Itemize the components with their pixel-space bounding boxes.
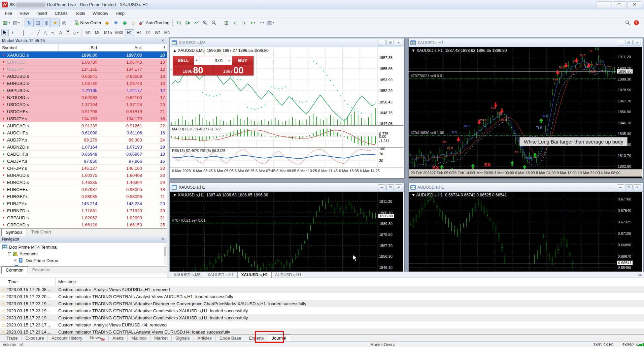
timeframe-button-m5[interactable]: M5 (93, 29, 102, 36)
market-watch-row-usdchf.s[interactable]: ▼USDCHF.s0.917980.9181921 (0, 108, 167, 115)
lot-decrease-button[interactable]: ▼ (194, 56, 200, 65)
chart-tab-1[interactable]: XAUUSD.s,H1 (204, 272, 237, 278)
timeframe-button-d1[interactable]: D1 (144, 29, 153, 36)
chart-close-button[interactable]: ✕ (634, 40, 641, 45)
journal-row[interactable]: ⚠2023.03.15 17:23:20....Custom indicator… (0, 293, 644, 300)
indicators-button[interactable]: +▾ (248, 19, 257, 27)
menu-item-help[interactable]: Help (112, 10, 128, 17)
fibonacci-tool[interactable]: ≡F (49, 29, 57, 36)
chart-minimize-button[interactable]: — (617, 40, 624, 45)
journal-row[interactable]: ⚠2023.03.15 17:23:19....Custom indicator… (0, 314, 644, 321)
journal-row[interactable]: ⚠2023.03.15 17:23:19....Custom indicator… (0, 300, 644, 307)
search-button[interactable] (623, 19, 632, 27)
navigator-item-accounts[interactable]: -Accounts (0, 250, 167, 257)
navigator-close-icon[interactable]: ✕ (160, 237, 165, 241)
market-watch-row-nzdusd.s[interactable]: ▼NZDUSD.s0.620830.6210017 (0, 94, 167, 101)
navigator-toggle[interactable]: ⊕ (42, 19, 51, 27)
market-watch-row-euraud.s[interactable]: ▼EURAUD.s1.603751.6040833 (0, 172, 167, 179)
navigator-scrollbar[interactable] (164, 244, 167, 265)
terminal-tab-news[interactable]: News99 (86, 335, 109, 342)
navigator-item-doo-prime-mt4-terminal[interactable]: Doo Prime MT4 Terminal (0, 244, 167, 250)
menu-item-charts[interactable]: Charts (51, 10, 71, 17)
market-watch-row-eurcad.s[interactable]: ▼EURCAD.s1.463351.4636429 (0, 179, 167, 186)
market-watch-row-eurgbp.s[interactable]: ▼EURGBP.s0.880850.8809611 (0, 193, 167, 200)
chart-tab-2[interactable]: XAUUSD.s,H1 (237, 272, 271, 278)
timeframe-button-m1[interactable]: M1 (83, 29, 93, 36)
journal-row[interactable]: ⚠2023.03.15 17:23:19....Custom indicator… (0, 307, 644, 314)
toolbar-icon-gold[interactable]: ◆ (103, 19, 111, 27)
menu-item-insert[interactable]: Insert (33, 10, 51, 17)
new-chart-button[interactable]: ▦+▾ (1, 19, 11, 27)
cursor-tool[interactable] (1, 29, 9, 36)
chart-title-bar[interactable]: XAUUSD.s,M5 — 回 ✕ (170, 38, 404, 47)
shapes-button[interactable]: ◇▾ (72, 29, 80, 36)
market-watch-close-icon[interactable]: ✕ (160, 38, 165, 43)
navigator-caption[interactable]: Navigator ✕ (0, 236, 167, 243)
column-spread[interactable]: ! (144, 44, 167, 51)
market-watch-row-eurjpy.s[interactable]: ▲EURJPY.s143.214143.23420 (0, 200, 167, 207)
strategy-tester-button[interactable]: ◎ (60, 19, 68, 27)
chart-window-xauusd-m5[interactable]: XAUUSD.s,M5 — 回 ✕ ▲ XAUUSD.s,M5 1896.88 … (170, 38, 404, 179)
menu-item-window[interactable]: Window (89, 10, 112, 17)
timeframe-button-m30[interactable]: M30 (113, 29, 125, 36)
text-label-tool[interactable]: T (64, 29, 72, 36)
market-watch-caption[interactable]: Market Watch: 12:45:25 ✕ (0, 37, 167, 44)
chart-title-bar[interactable]: AUDUSD.s,H1 — 回 ✕ (409, 183, 643, 192)
menu-item-file[interactable]: File (1, 10, 16, 17)
templates-button[interactable]: ▨▾ (266, 19, 275, 27)
chart-minimize-button[interactable]: — (378, 184, 385, 190)
market-watch-row-cadjpy.s[interactable]: ▲CADJPY.s97.85097.86616 (0, 158, 167, 165)
close-button[interactable]: ✕ (627, 1, 642, 8)
sell-button[interactable]: SELL (173, 56, 194, 65)
terminal-tab-account-history[interactable]: Account History (48, 335, 86, 341)
vertical-line-tool[interactable]: │ (20, 29, 27, 36)
periods-button[interactable]: ◔▾ (257, 19, 266, 27)
terminal-tab-market[interactable]: Market (150, 335, 172, 341)
navigator-item-dooprime-demo[interactable]: +DooPrime-Demo (0, 257, 167, 264)
chart-tab-3[interactable]: AUDUSD.s,H1 (272, 272, 305, 278)
market-watch-row-usdcad.s[interactable]: ▼USDCAD.s1.371041.3712420 (0, 101, 167, 108)
chart-line-button[interactable] (192, 19, 201, 27)
chart-restore-button[interactable]: 回 (625, 40, 633, 45)
price-pane[interactable]: #70770021 sell 0.01#70419830 sell 1.00SX… (409, 47, 616, 169)
sell-price[interactable]: 189680 (173, 65, 213, 75)
notifications-button[interactable]: ! (632, 19, 641, 27)
chart-minimize-button[interactable]: — (617, 184, 624, 190)
chart-shift-button[interactable]: |◂ (239, 19, 248, 27)
terminal-tab-exposure[interactable]: Exposure (22, 335, 48, 341)
chart-restore-button[interactable]: 回 (386, 40, 394, 45)
terminal-toggle[interactable]: ★ (51, 19, 60, 27)
price-pane[interactable] (409, 192, 616, 272)
market-watch-row-gbpcad.s[interactable]: ▼GBPCAD.s1.661281.6615325 (0, 221, 167, 228)
market-watch-row-gbpusd.s[interactable]: ▲GBPUSD.s1.211651.2117712 (0, 87, 167, 94)
data-window-toggle[interactable]: ▤ (33, 19, 42, 27)
text-tool[interactable]: A (57, 29, 64, 36)
market-watch-toggle[interactable]: ⇅ (25, 19, 33, 27)
lot-size-field[interactable]: 0.01 (200, 56, 226, 65)
journal-column-message[interactable]: Message (56, 279, 76, 284)
column-symbol[interactable]: Symbol (0, 44, 59, 51)
chart-restore-button[interactable]: 回 (386, 184, 394, 190)
chart-candles-button[interactable] (183, 19, 192, 27)
minimize-button[interactable]: — (596, 1, 611, 8)
crosshair-tool[interactable]: + (9, 29, 16, 36)
timeframe-button-mn[interactable]: MN (163, 29, 172, 36)
market-watch-row-eurusd.s[interactable]: ▼EURUSD.s1.067301.0674313 (0, 80, 167, 87)
chart-close-button[interactable]: ✕ (395, 40, 402, 45)
lot-increase-button[interactable]: ▲ (226, 56, 232, 65)
new-order-button[interactable]: New Order (72, 19, 103, 27)
tab-favorites[interactable]: Favorites (28, 266, 55, 274)
journal-row[interactable]: ⚠2023.03.15 17:25:08....Custom indicator… (0, 286, 644, 293)
horizontal-line-tool[interactable]: ─ (27, 29, 35, 36)
journal-column-time[interactable]: Time (0, 278, 56, 286)
tab-tick-chart[interactable]: Tick Chart (27, 228, 56, 236)
market-watch-row-chfjpy.s[interactable]: ▼CHFJPY.s146.127146.16033 (0, 165, 167, 172)
zoom-in-button[interactable] (201, 19, 209, 27)
market-watch-row-audusd.s[interactable]: ▼AUDUSD.s0.665410.6655918 (0, 73, 167, 80)
zoom-out-button[interactable] (209, 19, 218, 27)
market-watch-row-eurnzd.s[interactable]: ▼EURNZD.s1.718811.7192039 (0, 207, 167, 214)
timeframe-button-w1[interactable]: W1 (153, 29, 163, 36)
chart-window-xauusd-h1-top[interactable]: XAUUSD.s,H1 — 回 ✕ ▼ XAUUSD.s,H1 1887.48 … (408, 38, 643, 179)
buy-price[interactable]: 189700 (213, 65, 253, 75)
market-watch-row-cadchf.s[interactable]: ▲CADCHF.s0.669490.6696718 (0, 151, 167, 158)
